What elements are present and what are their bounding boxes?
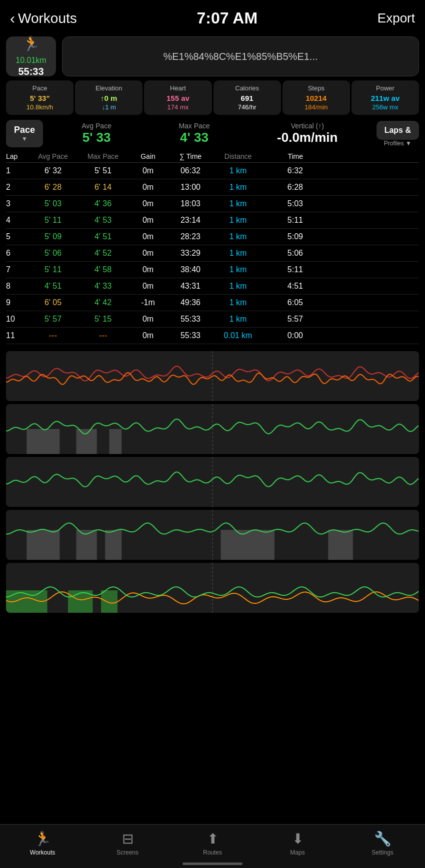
- lap-maxpace-10: ---: [78, 331, 128, 340]
- lap-gain-1: 0m: [128, 183, 168, 192]
- lap-gain-0: 0m: [128, 166, 168, 175]
- chart-cadence: [6, 457, 419, 507]
- lap-num-9: 10: [6, 315, 28, 324]
- col-header-maxpace: Max Pace: [78, 152, 128, 160]
- stat-cell-1: Elevation ↑0 m ↓1 m: [75, 80, 142, 115]
- table-row: 4 5' 11 4' 53 0m 23:14 1 km 5:11: [6, 212, 419, 229]
- table-row: 10 5' 57 5' 15 0m 55:33 1 km 5:57: [6, 311, 419, 328]
- stat-cell-5: Power 211w av 256w mx: [352, 80, 419, 115]
- stat-value1-3: 691: [216, 94, 278, 102]
- lap-gain-5: 0m: [128, 249, 168, 258]
- pace-stats: Avg Pace 5' 33 Max Pace 4' 33 Vertical (…: [48, 122, 372, 145]
- lap-time-10: 0:00: [263, 331, 303, 340]
- lap-sigtime-7: 43:31: [168, 282, 213, 291]
- stat-cell-3: Calories 691 746/hr: [214, 80, 281, 115]
- back-label: Workouts: [18, 10, 77, 26]
- lap-time-3: 5:11: [263, 216, 303, 225]
- lap-distance-5: 1 km: [213, 249, 263, 258]
- col-header-time: Time: [263, 152, 303, 160]
- laps-profiles-button[interactable]: Laps & Profiles ▼: [376, 121, 419, 147]
- table-row: 5 5' 09 4' 51 0m 28:23 1 km 5:09: [6, 229, 419, 245]
- lap-avgpace-1: 6' 28: [28, 183, 78, 192]
- vertical-stat: Vertical (↑) -0.0m/min: [277, 122, 338, 145]
- stat-cell-4: Steps 10214 184/min: [282, 80, 350, 115]
- nav-item-maps[interactable]: ⬇ Maps: [255, 831, 340, 856]
- chart-pace: [6, 404, 419, 454]
- vertical-value: -0.0m/min: [277, 130, 338, 145]
- table-row: 2 6' 28 6' 14 0m 13:00 1 km 6:28: [6, 179, 419, 196]
- nav-icon-4: 🔧: [374, 831, 392, 847]
- lap-time-2: 5:03: [263, 199, 303, 208]
- lap-gain-2: 0m: [128, 199, 168, 208]
- avg-pace-stat: Avg Pace 5' 33: [82, 122, 112, 145]
- stat-value2-5: 256w mx: [354, 103, 416, 111]
- lap-avgpace-5: 5' 06: [28, 249, 78, 258]
- pace-button[interactable]: Pace ▼: [6, 120, 43, 147]
- back-button[interactable]: ‹ Workouts: [10, 10, 77, 27]
- lap-gain-7: 0m: [128, 282, 168, 291]
- lap-maxpace-1: 6' 14: [78, 183, 128, 192]
- nav-icon-1: ⊟: [122, 831, 134, 847]
- running-icon: 🏃: [22, 35, 40, 52]
- lap-avgpace-7: 4' 51: [28, 282, 78, 291]
- lap-avgpace-6: 5' 11: [28, 265, 78, 274]
- table-row: 8 4' 51 4' 33 0m 43:31 1 km 4:51: [6, 278, 419, 295]
- max-pace-value: 4' 33: [178, 130, 210, 145]
- lap-time-7: 4:51: [263, 282, 303, 291]
- charts-area: [6, 351, 419, 613]
- lap-avgpace-9: 5' 57: [28, 315, 78, 324]
- lap-maxpace-3: 4' 53: [78, 216, 128, 225]
- lap-time-0: 6:32: [263, 166, 303, 175]
- header-time: 7:07 AM: [197, 9, 258, 27]
- stat-cell-2: Heart 155 av 174 mx: [144, 80, 212, 115]
- nav-item-routes[interactable]: ⬆ Routes: [170, 831, 255, 856]
- lap-distance-2: 1 km: [213, 199, 263, 208]
- lap-distance-9: 1 km: [213, 315, 263, 324]
- lap-avgpace-4: 5' 09: [28, 232, 78, 241]
- lap-distance-0: 1 km: [213, 166, 263, 175]
- nav-label-0: Workouts: [30, 849, 55, 856]
- nav-icon-2: ⬆: [207, 831, 218, 847]
- stat-value2-1: ↓1 m: [78, 103, 140, 111]
- lap-sigtime-2: 18:03: [168, 199, 213, 208]
- lap-avgpace-2: 5' 03: [28, 199, 78, 208]
- lap-num-5: 6: [6, 249, 28, 258]
- lap-time-1: 6:28: [263, 183, 303, 192]
- lap-distance-6: 1 km: [213, 265, 263, 274]
- lap-sigtime-6: 38:40: [168, 265, 213, 274]
- nav-item-screens[interactable]: ⊟ Screens: [85, 831, 170, 856]
- stat-label-2: Heart: [147, 84, 208, 92]
- nav-item-workouts[interactable]: 🏃 Workouts: [0, 831, 85, 856]
- table-row: 3 5' 03 4' 36 0m 18:03 1 km 5:03: [6, 196, 419, 212]
- stat-label-5: Power: [354, 84, 416, 92]
- lap-num-7: 8: [6, 282, 28, 291]
- max-pace-label: Max Pace: [178, 122, 210, 130]
- lap-sigtime-9: 55:33: [168, 315, 213, 324]
- stat-value1-0: 5' 33": [9, 94, 70, 102]
- lap-sigtime-1: 13:00: [168, 183, 213, 192]
- lap-distance-10: 0.01 km: [213, 331, 263, 340]
- lap-avgpace-3: 5' 11: [28, 216, 78, 225]
- stat-label-3: Calories: [216, 84, 278, 92]
- lap-num-1: 2: [6, 183, 28, 192]
- workout-icon-box: 🏃 10.01km 55:33: [6, 36, 56, 76]
- stat-value2-0: 10.8km/h: [9, 103, 70, 111]
- workout-route-box[interactable]: %E1%84%8C%E1%85%B5%E1...: [62, 36, 419, 76]
- lap-maxpace-7: 4' 33: [78, 282, 128, 291]
- lap-sigtime-5: 33:29: [168, 249, 213, 258]
- stat-value2-2: 174 mx: [147, 103, 208, 111]
- stat-value2-4: 184/min: [286, 103, 347, 111]
- export-button[interactable]: Export: [378, 10, 415, 26]
- vertical-label: Vertical (↑): [277, 122, 338, 130]
- lap-gain-3: 0m: [128, 216, 168, 225]
- header: ‹ Workouts 7:07 AM Export: [0, 0, 425, 32]
- chevron-left-icon: ‹: [10, 10, 15, 27]
- home-indicator: [182, 863, 242, 865]
- nav-item-settings[interactable]: 🔧 Settings: [340, 831, 425, 856]
- stat-value1-4: 10214: [286, 94, 347, 102]
- workout-summary: 🏃 10.01km 55:33 %E1%84%8C%E1%85%B5%E1...: [6, 36, 419, 76]
- workout-duration: 55:33: [18, 66, 44, 77]
- table-row: 1 6' 32 5' 51 0m 06:32 1 km 6:32: [6, 163, 419, 179]
- pace-dropdown-icon: ▼: [22, 135, 28, 142]
- lap-sigtime-3: 23:14: [168, 216, 213, 225]
